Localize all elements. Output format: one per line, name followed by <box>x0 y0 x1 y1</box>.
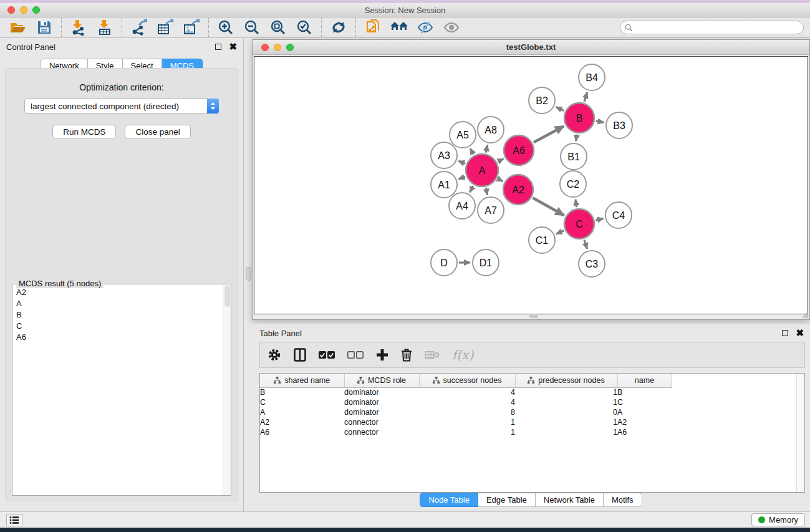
duplicate-network-icon[interactable] <box>360 18 386 37</box>
table-cell[interactable]: B <box>617 387 672 397</box>
tab-edge-table[interactable]: Edge Table <box>478 493 536 507</box>
select-all-icon[interactable] <box>319 351 335 359</box>
import-network-icon[interactable] <box>65 18 92 37</box>
edge-A-A7[interactable] <box>486 188 487 195</box>
list-item[interactable]: A2 <box>12 286 222 297</box>
search-input[interactable] <box>636 23 803 32</box>
edge-B-B2[interactable] <box>556 107 564 111</box>
zoom-selected-icon[interactable] <box>291 18 317 37</box>
edge-C-C4[interactable] <box>595 218 603 220</box>
node-C4[interactable]: C4 <box>605 202 632 228</box>
node-A4[interactable]: A4 <box>449 193 475 219</box>
edge-A-A2[interactable] <box>498 179 503 181</box>
network-canvas[interactable]: AA1A2A3A4A5A6A7A8BB1B2B3B4CC1C2C3C4DD1 <box>254 56 808 314</box>
node-B1[interactable]: B1 <box>561 143 587 170</box>
hide-graphics-icon[interactable] <box>412 18 438 37</box>
table-cell[interactable]: dominator <box>344 397 419 407</box>
result-scrollbar[interactable] <box>223 284 231 495</box>
node-table[interactable]: shared nameMCDS rolesuccessor nodesprede… <box>259 373 805 493</box>
table-cell[interactable]: 0 <box>515 407 617 417</box>
table-cell[interactable]: A6 <box>260 427 344 437</box>
import-table-icon[interactable] <box>92 18 118 37</box>
export-network-icon[interactable] <box>126 18 152 37</box>
float-panel-icon[interactable] <box>215 44 221 50</box>
edge-C-C2[interactable] <box>576 200 577 208</box>
node-A5[interactable]: A5 <box>450 122 476 148</box>
network-hscrollbar[interactable] <box>254 314 808 319</box>
node-B4[interactable]: B4 <box>579 64 605 90</box>
deselect-all-icon[interactable] <box>347 351 364 359</box>
node-A8[interactable]: A8 <box>478 117 504 143</box>
node-C[interactable]: C <box>564 209 594 239</box>
network-graph[interactable]: AA1A2A3A4A5A6A7A8BB1B2B3B4CC1C2C3C4DD1 <box>254 57 809 314</box>
desktop-pane-scrollbar-thumb[interactable] <box>246 267 251 281</box>
node-D[interactable]: D <box>431 249 457 276</box>
edge-A2-C[interactable] <box>533 198 564 215</box>
list-item[interactable]: C <box>12 320 222 331</box>
show-graphics-icon[interactable] <box>438 18 465 37</box>
table-cell[interactable]: dominator <box>344 387 419 397</box>
table-cell[interactable]: C <box>617 397 672 407</box>
node-D1[interactable]: D1 <box>473 249 499 276</box>
list-item[interactable]: A6 <box>12 331 222 342</box>
edge-C-C3[interactable] <box>584 240 587 249</box>
edge-A-A3[interactable] <box>458 161 465 163</box>
run-mcds-button[interactable]: Run MCDS <box>52 125 116 139</box>
list-item[interactable]: A <box>12 297 222 309</box>
edge-B-B1[interactable] <box>576 135 577 142</box>
table-cell[interactable]: connector <box>344 427 419 437</box>
table-cell[interactable]: 4 <box>419 397 515 407</box>
table-cell[interactable]: A2 <box>617 417 672 427</box>
edge-B-B3[interactable] <box>596 121 604 122</box>
table-row[interactable]: A6connector11A6 <box>260 427 672 437</box>
close-panel-button[interactable]: Close panel <box>125 125 190 139</box>
edge-A-A5[interactable] <box>470 148 473 155</box>
node-A[interactable]: A <box>466 154 498 186</box>
edge-A-A8[interactable] <box>486 145 488 152</box>
table-cell[interactable]: 4 <box>419 387 515 397</box>
table-cell[interactable]: 1 <box>515 417 617 427</box>
function-builder-fx-icon[interactable]: f(x) <box>452 347 473 362</box>
criterion-select[interactable]: largest connected component (directed) <box>24 99 219 114</box>
zoom-out-icon[interactable] <box>239 18 265 37</box>
column-header-successor-nodes[interactable]: successor nodes <box>419 374 515 387</box>
node-C1[interactable]: C1 <box>529 227 555 253</box>
table-cell[interactable]: A <box>617 407 672 417</box>
column-header-MCDS-role[interactable]: MCDS role <box>344 374 419 387</box>
edge-A-A4[interactable] <box>470 186 473 192</box>
save-session-icon[interactable] <box>31 18 57 37</box>
table-cell[interactable]: 1 <box>515 397 617 407</box>
table-cell[interactable]: 1 <box>419 417 515 427</box>
table-cell[interactable]: 8 <box>419 407 515 417</box>
table-cell[interactable]: C <box>260 397 344 407</box>
task-history-button[interactable] <box>6 514 22 526</box>
table-cell[interactable]: A6 <box>617 427 672 437</box>
add-row-icon[interactable] <box>376 349 388 361</box>
edge-B-B4[interactable] <box>584 92 587 102</box>
node-C2[interactable]: C2 <box>560 171 586 197</box>
table-row[interactable]: Adominator80A <box>260 407 672 417</box>
delete-row-trash-icon[interactable] <box>401 348 412 362</box>
export-table-icon[interactable] <box>152 18 178 37</box>
zoom-fit-icon[interactable] <box>265 18 291 37</box>
node-C3[interactable]: C3 <box>579 251 605 277</box>
close-table-panel-icon[interactable]: ✖ <box>796 330 804 336</box>
edge-A-A1[interactable] <box>458 177 465 179</box>
table-cell[interactable]: A2 <box>260 417 344 427</box>
resize-grip-icon[interactable] <box>801 311 809 319</box>
memory-button[interactable]: Memory <box>751 513 805 526</box>
node-B3[interactable]: B3 <box>606 112 632 138</box>
table-cell[interactable]: 1 <box>419 427 515 437</box>
node-A6[interactable]: A6 <box>504 135 534 165</box>
home-icon[interactable] <box>386 18 412 37</box>
list-item[interactable]: B <box>12 309 222 320</box>
delete-table-icon[interactable] <box>425 350 440 360</box>
float-table-panel-icon[interactable] <box>782 330 788 336</box>
node-B[interactable]: B <box>564 103 594 133</box>
node-A2[interactable]: A2 <box>503 175 533 205</box>
table-row[interactable]: A2connector11A2 <box>260 417 672 427</box>
node-B2[interactable]: B2 <box>529 87 555 114</box>
table-cell[interactable]: connector <box>344 417 419 427</box>
edge-C-C1[interactable] <box>556 231 564 234</box>
edge-A-A6[interactable] <box>498 158 503 162</box>
